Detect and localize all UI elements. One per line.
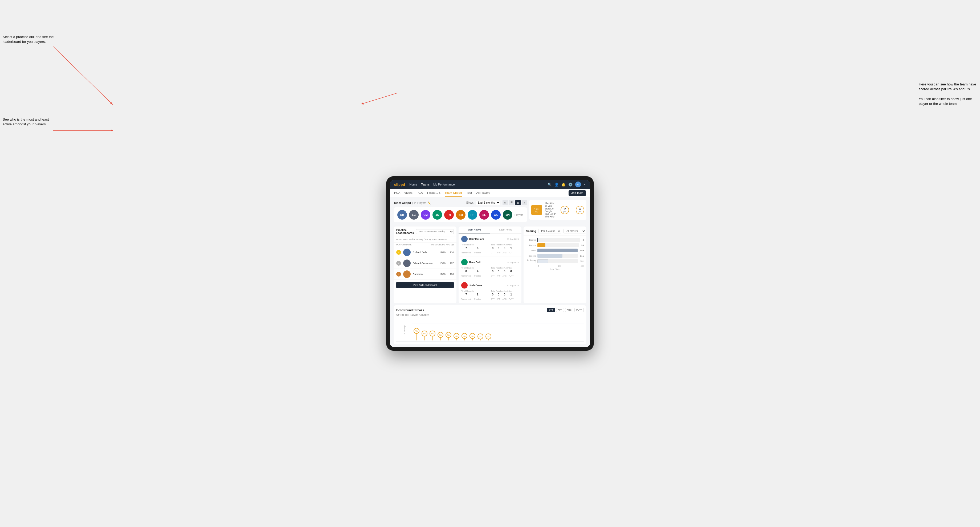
avatar[interactable]: U <box>575 181 581 187</box>
rank-badge-1: 1 <box>396 250 401 255</box>
subnav-hcaps[interactable]: Hcaps 1-5 <box>427 189 441 197</box>
scoring-bar-chart: Eagles 3 Birdies 96 <box>523 236 586 274</box>
player-avatar-10[interactable]: MN <box>503 210 512 220</box>
streaks-filter-putt[interactable]: PUTT <box>574 308 584 312</box>
shot-distances: 16 yds — 0 yds <box>561 206 584 214</box>
search-icon[interactable]: 🔍 <box>547 183 552 187</box>
total-practice-section-1: Total Practice Activities 0OTT 0APP 0ARG… <box>491 243 519 254</box>
activity-player-2-header: Rees Britt 02 Sep 2023 <box>461 259 519 265</box>
annotation-bottom-left: See who is the most and least active amo… <box>3 117 56 127</box>
person-icon[interactable]: 👤 <box>554 183 559 187</box>
bar-container-birdies <box>538 243 579 247</box>
activity-card: Most Active Least Active Blair McHarg 26… <box>458 227 522 303</box>
app-stat-3: 0APP <box>497 293 500 301</box>
edit-team-icon[interactable]: ✏️ <box>428 202 431 205</box>
player-avatar-1[interactable]: RB <box>397 210 407 220</box>
activity-player-1-header: Blair McHarg 26 Aug 2023 <box>461 236 519 242</box>
player-avatar-5[interactable]: TH <box>444 210 454 220</box>
leaderboard-row-1: 1 Richard Butle... 19/20 110 <box>394 247 457 258</box>
pa-name-2: Rees Britt <box>469 261 505 264</box>
lb-player-name-2: Edward Crossman <box>413 262 437 265</box>
bar-value-pars: 499 <box>580 249 584 252</box>
top-navigation: clippd Home Teams My Performance 🔍 👤 🔔 ⚙… <box>390 180 590 189</box>
bar-fill-birdies <box>538 243 546 247</box>
bar-axis: 0 200 400 <box>526 265 584 268</box>
scoring-player-filter[interactable]: All Players <box>563 229 586 233</box>
list-view-icon[interactable]: ☰ <box>509 200 514 205</box>
streak-point-5: 5x <box>445 332 451 340</box>
subnav-pga[interactable]: PGA <box>417 189 423 197</box>
streaks-filter-ott[interactable]: OTT <box>547 308 555 312</box>
ott-stat-1: 0OTT <box>491 246 495 254</box>
sort-icon[interactable]: ↕ <box>522 200 527 205</box>
lb-avg-1: 110 <box>450 251 454 254</box>
pa-name-1: Blair McHarg <box>469 238 505 240</box>
bell-icon[interactable]: 🔔 <box>562 183 566 187</box>
pa-avatar-3 <box>461 282 468 289</box>
putt-stat-1: 1PUTT <box>509 246 514 254</box>
shot-info: Shot Dist: 16 yds Start Lie: Rough End L… <box>545 202 558 218</box>
settings-icon[interactable]: ⚙️ <box>568 183 573 187</box>
nav-logo: clippd <box>394 183 405 187</box>
player-avatar-9[interactable]: GK <box>491 210 501 220</box>
bar-container-pars <box>538 249 578 252</box>
scoring-par-filter[interactable]: Par 3, 4 & 5s Par 3s Par 4s Par 5s <box>538 229 562 233</box>
chevron-down-icon[interactable]: ▼ <box>584 183 586 186</box>
streak-point-2: 6x <box>422 330 428 340</box>
players-label: Players <box>514 213 523 216</box>
bar-row-bogeys: Bogeys 311 <box>526 254 584 258</box>
team-title: Team Clippd | 14 Players ✏️ <box>394 200 431 205</box>
tournament-stat-2: 8 Tournament <box>461 270 471 278</box>
view-icons: ⊞ ☰ ▦ ↕ <box>503 200 527 205</box>
svg-line-0 <box>53 46 112 104</box>
bar-row-birdies: Birdies 96 <box>526 243 584 247</box>
lb-avg-3: 103 <box>450 273 454 275</box>
streak-points-container: 7x 6x 6x <box>414 318 582 341</box>
streak-point-9: 3x <box>477 333 483 340</box>
leaderboard-columns: PLAYER NAME PB SCORE PB AVG SQ <box>394 243 457 247</box>
player-avatar-lb-1 <box>403 249 410 256</box>
bar-value-eagles: 3 <box>583 239 584 241</box>
bar-label-bogeys: Bogeys <box>526 255 536 257</box>
activity-player-3-header: Josh Coles 26 Aug 2023 <box>461 282 519 289</box>
player-avatar-4[interactable]: JC <box>433 210 442 220</box>
nav-icons: 🔍 👤 🔔 ⚙️ U ▼ <box>547 181 586 187</box>
streaks-filter-arg[interactable]: ARG <box>565 308 573 312</box>
lb-score-2: 18/20 <box>439 262 445 265</box>
grid-view-icon[interactable]: ⊞ <box>503 200 508 205</box>
pa-avatar-1 <box>461 236 468 242</box>
tablet-frame: clippd Home Teams My Performance 🔍 👤 🔔 ⚙… <box>386 176 594 351</box>
view-full-leaderboard-button[interactable]: View Full Leaderboard <box>396 282 454 288</box>
subnav-pgat[interactable]: PGAT Players <box>394 189 412 197</box>
add-team-button[interactable]: Add Team <box>568 190 586 196</box>
players-row: RB EC CM JC TH BM RP SL GK MN Players <box>394 207 527 222</box>
practice-stat-2: 4 Practice <box>474 270 481 278</box>
subnav-teamclippd[interactable]: Team Clippd <box>445 189 462 197</box>
bar-value-bogeys: 311 <box>580 255 584 257</box>
leaderboard-header: Practice Leaderboards PUTT Must Make Put… <box>394 227 457 237</box>
leaderboard-row-3: 3 Cameron... 17/20 103 <box>394 269 457 280</box>
bar-value-birdies: 96 <box>581 244 584 246</box>
nav-item-myperformance[interactable]: My Performance <box>433 182 455 187</box>
subnav-allplayers[interactable]: All Players <box>476 189 490 197</box>
leaderboard-drill-select[interactable]: PUTT Must Make Putting... <box>416 229 454 234</box>
lb-score-3: 17/20 <box>439 273 445 275</box>
player-avatar-lb-2 <box>403 259 410 267</box>
player-avatar-2[interactable]: EC <box>409 210 418 220</box>
player-avatar-3[interactable]: CM <box>421 210 430 220</box>
tab-most-active[interactable]: Most Active <box>458 227 490 233</box>
nav-item-home[interactable]: Home <box>409 182 417 187</box>
bar-fill-dbogeys <box>538 259 548 263</box>
period-select[interactable]: Last 3 months Last 6 months This year <box>476 200 500 205</box>
player-avatar-8[interactable]: SL <box>479 210 489 220</box>
leaderboard-subtitle: PUTT Must Make Putting (3-6 ft), Last 3 … <box>394 237 457 243</box>
subnav-tour[interactable]: Tour <box>466 189 472 197</box>
streaks-filter-app[interactable]: APP <box>556 308 564 312</box>
tab-least-active[interactable]: Least Active <box>490 227 522 233</box>
card-view-icon[interactable]: ▦ <box>515 200 520 205</box>
bar-container-dbogeys <box>538 259 578 263</box>
nav-item-teams[interactable]: Teams <box>421 182 430 187</box>
lb-score-1: 19/20 <box>439 251 445 254</box>
player-avatar-6[interactable]: BM <box>456 210 466 220</box>
player-avatar-7[interactable]: RP <box>468 210 477 220</box>
